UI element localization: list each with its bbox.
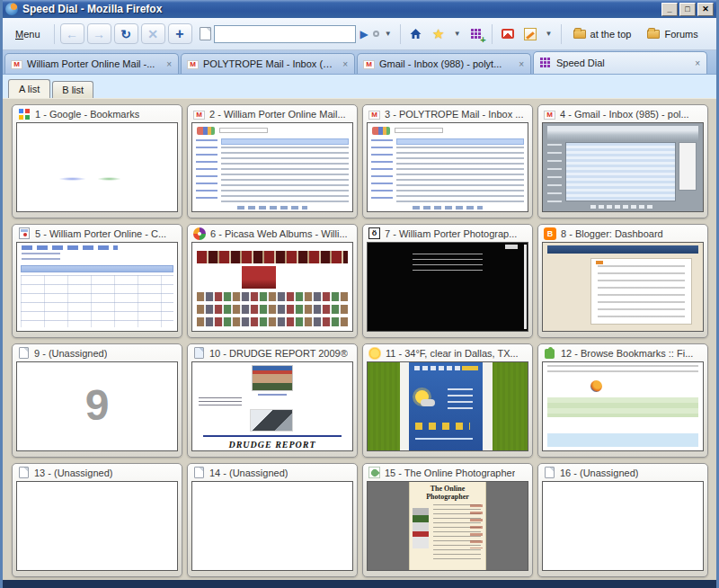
- browser-tab-4[interactable]: Speed Dial×: [533, 51, 707, 74]
- tp-ads-shape: [413, 508, 429, 548]
- dial-thumbnail[interactable]: [367, 242, 528, 332]
- firefox-logo-icon: [590, 380, 602, 392]
- new-tab-button[interactable]: +: [168, 23, 192, 44]
- dial-cell-11[interactable]: 11 - 34°F, clear in Dallas, TX...: [362, 343, 533, 458]
- speeddial-toolbar-button[interactable]: [466, 24, 486, 44]
- bo-top-shape: [547, 365, 697, 376]
- dial-thumbnail[interactable]: [191, 481, 353, 571]
- home-button[interactable]: [406, 24, 426, 44]
- reload-button[interactable]: ↻: [114, 23, 138, 44]
- speeddial-icon: [540, 58, 551, 68]
- bl-nav-shape: [547, 245, 697, 254]
- dial-cell-8[interactable]: 8 - Blogger: Dashboard: [537, 224, 708, 338]
- dial-cell-7[interactable]: 7 - William Porter Photograp...: [362, 224, 533, 338]
- dial-thumbnail[interactable]: The Online Photographer: [367, 481, 528, 571]
- list-tab-b-list[interactable]: B list: [52, 81, 93, 98]
- forward-button[interactable]: →: [87, 23, 111, 44]
- dial-thumbnail[interactable]: [542, 361, 704, 451]
- star-dropdown-icon[interactable]: ▼: [451, 30, 464, 38]
- bookmark-label: Forums: [664, 29, 697, 40]
- dial-label: 15 - The Online Photographer: [385, 468, 515, 478]
- toolbar-separator: [492, 24, 493, 44]
- bookmark-item[interactable]: at the top: [567, 27, 638, 41]
- thumbnail-text: The Online Photographer: [409, 485, 485, 501]
- we-tr-shape: [483, 362, 493, 450]
- minimize-button[interactable]: _: [661, 3, 678, 16]
- dial-cell-15[interactable]: 15 - The Online PhotographerThe Online P…: [362, 463, 533, 577]
- dial-thumbnail[interactable]: [16, 481, 178, 571]
- dial-label: 16 - (Unassigned): [560, 468, 638, 478]
- dial-header: 4 - Gmail - Inbox (985) - pol...: [538, 105, 707, 122]
- browser-tab-1[interactable]: William Porter Online Mail -...×: [4, 53, 179, 74]
- tab-close-icon[interactable]: ×: [342, 59, 349, 69]
- dial-thumbnail[interactable]: [542, 481, 704, 571]
- bl-dot-shape: [596, 261, 603, 264]
- tab-title: POLYTROPE Mail - Inbox (63...: [203, 58, 337, 69]
- maximize-button[interactable]: □: [679, 3, 696, 16]
- dial-thumbnail[interactable]: [191, 122, 353, 212]
- dial-thumbnail[interactable]: [16, 242, 178, 332]
- dial-cell-1[interactable]: 1 - Google - Bookmarks: [12, 104, 182, 218]
- mail-notifier-button[interactable]: [498, 24, 518, 44]
- feed-dot-icon[interactable]: [373, 31, 379, 37]
- go-arrow-icon[interactable]: ▶: [359, 28, 370, 40]
- notes-dropdown-icon[interactable]: ▼: [543, 30, 555, 38]
- dial-thumbnail[interactable]: [16, 122, 178, 212]
- gm-band-shape: [396, 138, 524, 145]
- bookmark-star-button[interactable]: ★: [429, 24, 448, 44]
- menu-button[interactable]: Menu: [7, 25, 49, 43]
- thumbnail-preview: [17, 482, 177, 570]
- list-tab-a-list[interactable]: A list: [8, 79, 50, 98]
- gd-foot-shape: [590, 205, 654, 209]
- dial-cell-14[interactable]: 14 - (Unassigned): [187, 463, 358, 577]
- dial-header: 12 - Browse Bookmarks :: Fi...: [538, 344, 707, 361]
- dial-cell-12[interactable]: 12 - Browse Bookmarks :: Fi...: [537, 343, 708, 458]
- dial-thumbnail[interactable]: [542, 242, 704, 332]
- dial-thumbnail[interactable]: 9: [16, 361, 178, 451]
- url-input[interactable]: [214, 25, 356, 43]
- dial-thumbnail[interactable]: [191, 242, 353, 332]
- gm-band-shape: [221, 138, 349, 145]
- bo-green-shape: [547, 397, 697, 417]
- thumbnail-preview: 9: [17, 362, 177, 450]
- firefox-logo-icon: [5, 3, 18, 15]
- back-button[interactable]: ←: [60, 23, 84, 44]
- dial-thumbnail[interactable]: DRUDGE REPORT: [191, 361, 353, 451]
- dial-cell-13[interactable]: 13 - (Unassigned): [12, 463, 182, 577]
- dial-cell-10[interactable]: 10 - DRUDGE REPORT 2009®DRUDGE REPORT: [187, 343, 358, 458]
- dial-header: 14 - (Unassigned): [188, 464, 357, 481]
- notes-button[interactable]: [520, 24, 540, 44]
- cup-icon: [368, 227, 380, 239]
- dial-cell-3[interactable]: 3 - POLYTROPE Mail - Inbox ...: [362, 104, 533, 218]
- tab-close-icon[interactable]: ×: [165, 59, 173, 69]
- dial-cell-6[interactable]: 6 - Picasa Web Albums - Willi...: [187, 224, 358, 338]
- dial-cell-2[interactable]: 2 - William Porter Online Mail...: [187, 104, 358, 218]
- tab-close-icon[interactable]: ×: [694, 58, 701, 68]
- tab-close-icon[interactable]: ×: [518, 59, 525, 69]
- dial-header: 7 - William Porter Photograp...: [363, 225, 532, 242]
- blank-page-icon: [545, 467, 555, 478]
- url-dropdown-icon[interactable]: ▼: [382, 30, 395, 38]
- dial-cell-5[interactable]: 5 - William Porter Online - C...: [12, 224, 182, 338]
- bookmarks-toolbar: at the topForums: [567, 27, 705, 41]
- gm-foot-shape: [413, 206, 483, 209]
- thumbnail-preview: [368, 362, 528, 450]
- dial-cell-9[interactable]: 9 - (Unassigned)9: [12, 343, 182, 458]
- dial-header: 3 - POLYTROPE Mail - Inbox ...: [363, 105, 532, 122]
- google-icon: [18, 108, 31, 120]
- bookmark-item[interactable]: Forums: [641, 27, 704, 41]
- gmail-icon: [11, 60, 22, 69]
- browser-tab-3[interactable]: Gmail - Inbox (988) - polyt...×: [357, 53, 531, 74]
- browser-tab-2[interactable]: POLYTROPE Mail - Inbox (63...×: [181, 53, 355, 74]
- dial-cell-16[interactable]: 16 - (Unassigned): [537, 463, 708, 577]
- ca-bar-shape: [21, 265, 174, 273]
- dial-thumbnail[interactable]: [367, 361, 528, 451]
- close-button[interactable]: ✕: [697, 3, 714, 16]
- dial-cell-4[interactable]: 4 - Gmail - Inbox (985) - pol...: [537, 104, 708, 218]
- dial-thumbnail[interactable]: [367, 122, 528, 212]
- dial-thumbnail[interactable]: [542, 122, 704, 212]
- folder-icon: [647, 30, 660, 39]
- stop-button[interactable]: ✕: [141, 23, 165, 44]
- gm-side-shape: [371, 139, 394, 205]
- dial-header: 5 - William Porter Online - C...: [13, 225, 182, 242]
